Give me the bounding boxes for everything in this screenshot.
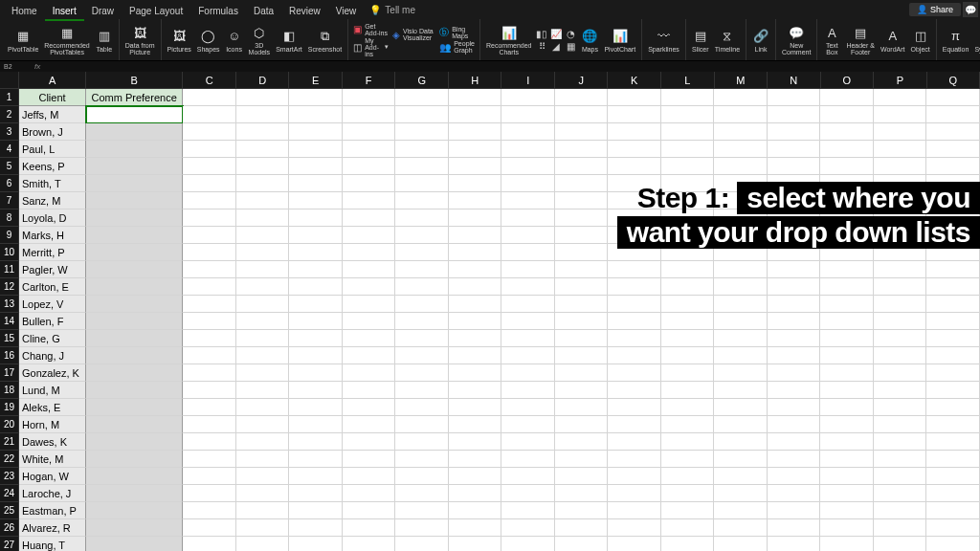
cell-B24[interactable] (86, 485, 183, 502)
cell-D10[interactable] (236, 244, 290, 261)
cell-A10[interactable]: Merritt, P (19, 244, 86, 261)
cell-C21[interactable] (183, 433, 236, 451)
sparklines-button[interactable]: 〰Sparklines (645, 19, 682, 60)
cell-I21[interactable] (501, 433, 555, 451)
cell-M23[interactable] (714, 468, 768, 485)
cell-B7[interactable] (86, 192, 183, 209)
cell-I2[interactable] (501, 106, 555, 123)
cell-M27[interactable] (714, 537, 768, 551)
cell-I11[interactable] (501, 261, 555, 278)
cell-L26[interactable] (661, 519, 715, 537)
cell-K12[interactable] (608, 278, 661, 296)
cell-E14[interactable] (289, 313, 343, 330)
col-header-D[interactable]: D (236, 72, 290, 89)
bar-chart-icon[interactable]: ▮▯ (536, 28, 547, 39)
cell-H2[interactable] (449, 106, 502, 123)
cell-J16[interactable] (555, 347, 609, 364)
cell-F4[interactable] (343, 141, 396, 158)
cell-J10[interactable] (555, 244, 609, 261)
cell-C3[interactable] (183, 123, 236, 141)
cell-K1[interactable] (608, 89, 661, 106)
cell-E27[interactable] (289, 537, 343, 551)
cell-A21[interactable]: Dawes, K (19, 433, 86, 451)
cell-A26[interactable]: Alvarez, R (19, 519, 86, 537)
cell-B25[interactable] (86, 502, 183, 519)
cell-O1[interactable] (820, 89, 874, 106)
row-header-15[interactable]: 15 (0, 330, 19, 347)
cell-grid[interactable]: ClientComm PreferenceJeffs, MBrown, JPau… (19, 89, 980, 551)
area-chart-icon[interactable]: ◢ (550, 40, 562, 52)
cell-G10[interactable] (395, 244, 449, 261)
cell-K5[interactable] (608, 158, 661, 175)
cell-C10[interactable] (183, 244, 236, 261)
cell-I9[interactable] (501, 227, 555, 244)
cell-G3[interactable] (395, 123, 449, 141)
cell-D20[interactable] (236, 416, 290, 433)
cell-Q17[interactable] (926, 364, 980, 382)
3d-models-button[interactable]: ⬡3D Models (246, 19, 274, 60)
cell-O2[interactable] (820, 106, 874, 123)
cell-N23[interactable] (768, 468, 821, 485)
tab-page-layout[interactable]: Page Layout (122, 3, 190, 19)
cell-E26[interactable] (289, 519, 343, 537)
cell-B27[interactable] (86, 537, 183, 551)
cell-Q16[interactable] (926, 347, 980, 364)
cell-K19[interactable] (608, 399, 661, 416)
bing-maps-button[interactable]: ⓑBing Maps (439, 26, 475, 39)
cell-I24[interactable] (501, 485, 555, 502)
cell-G23[interactable] (395, 468, 449, 485)
cell-C4[interactable] (183, 141, 236, 158)
cell-E10[interactable] (289, 244, 343, 261)
cell-I3[interactable] (501, 123, 555, 141)
comments-button[interactable]: 💬 (963, 2, 978, 17)
col-header-E[interactable]: E (289, 72, 343, 89)
cell-J22[interactable] (555, 451, 609, 468)
cell-L7[interactable] (661, 192, 715, 209)
col-header-C[interactable]: C (183, 72, 236, 89)
cell-C26[interactable] (183, 519, 236, 537)
cell-P22[interactable] (874, 451, 927, 468)
cell-P4[interactable] (874, 141, 927, 158)
cell-J17[interactable] (555, 364, 609, 382)
cell-N25[interactable] (768, 502, 821, 519)
cell-O18[interactable] (820, 382, 874, 399)
cell-O25[interactable] (820, 502, 874, 519)
cell-N1[interactable] (768, 89, 821, 106)
cell-A25[interactable]: Eastman, P (19, 502, 86, 519)
cell-H7[interactable] (449, 192, 502, 209)
cell-A19[interactable]: Aleks, E (19, 399, 86, 416)
cell-A8[interactable]: Loyola, D (19, 209, 86, 227)
cell-E22[interactable] (289, 451, 343, 468)
cell-J9[interactable] (555, 227, 609, 244)
cell-B11[interactable] (86, 261, 183, 278)
col-header-M[interactable]: M (715, 72, 768, 89)
cell-N4[interactable] (768, 141, 821, 158)
cell-B17[interactable] (86, 364, 183, 382)
cell-M26[interactable] (714, 519, 768, 537)
row-header-3[interactable]: 3 (0, 123, 19, 141)
cell-N19[interactable] (768, 399, 821, 416)
cell-H13[interactable] (449, 296, 502, 313)
cell-K24[interactable] (608, 485, 661, 502)
cell-F15[interactable] (343, 330, 396, 347)
cell-K9[interactable] (608, 227, 661, 244)
cell-G21[interactable] (395, 433, 449, 451)
cell-A20[interactable]: Horn, M (19, 416, 86, 433)
cell-C13[interactable] (183, 296, 236, 313)
cell-G11[interactable] (395, 261, 449, 278)
col-header-O[interactable]: O (821, 72, 875, 89)
shapes-button[interactable]: ◯Shapes (194, 19, 223, 60)
cell-E17[interactable] (289, 364, 343, 382)
cell-Q20[interactable] (926, 416, 980, 433)
col-header-G[interactable]: G (395, 72, 449, 89)
cell-B23[interactable] (86, 468, 183, 485)
cell-G12[interactable] (395, 278, 449, 296)
cell-A27[interactable]: Huang, T (19, 537, 86, 551)
cell-F26[interactable] (343, 519, 396, 537)
cell-A23[interactable]: Hogan, W (19, 468, 86, 485)
cell-E12[interactable] (289, 278, 343, 296)
cell-E6[interactable] (289, 175, 343, 192)
cell-H5[interactable] (449, 158, 502, 175)
cell-C18[interactable] (183, 382, 236, 399)
cell-G1[interactable] (395, 89, 449, 106)
